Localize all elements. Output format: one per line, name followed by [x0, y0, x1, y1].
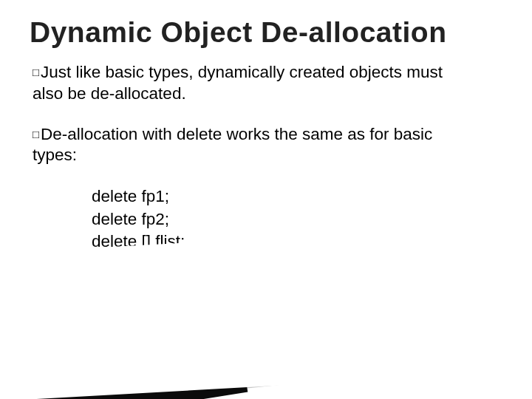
bullet-item: □De-allocation with delete works the sam…	[33, 124, 446, 167]
bullet-marker-icon: □	[33, 65, 39, 79]
bullet-item: □Just like basic types, dynamically crea…	[33, 62, 446, 105]
bullet-text: Just like basic types, dynamically creat…	[33, 63, 443, 103]
slide: Dynamic Object De-allocation □Just like …	[0, 0, 532, 399]
code-line: delete fp1;	[92, 185, 502, 208]
theme-wedge-white	[0, 224, 531, 399]
slide-title: Dynamic Object De-allocation	[30, 16, 502, 49]
slide-body: □Just like basic types, dynamically crea…	[30, 62, 502, 253]
bullet-marker-icon: □	[33, 127, 39, 141]
code-line: delete fp2;	[92, 208, 502, 231]
bullet-text: De-allocation with delete works the same…	[33, 125, 432, 165]
